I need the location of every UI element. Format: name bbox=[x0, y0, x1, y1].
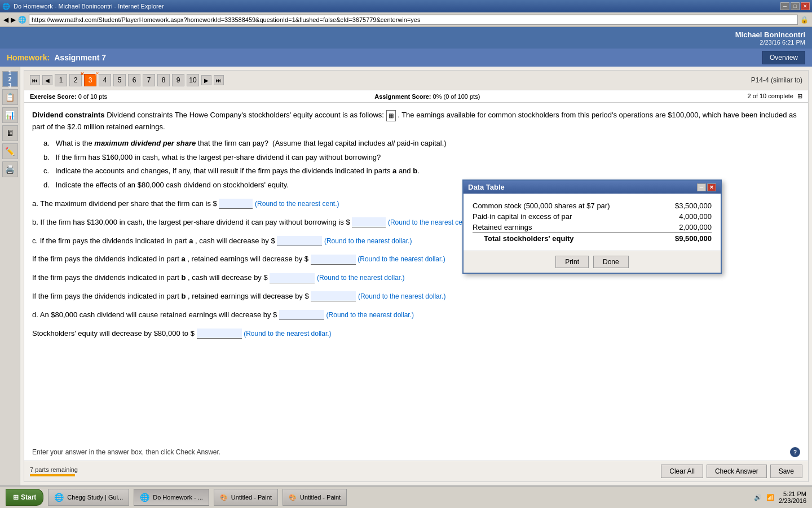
title-bar-controls[interactable]: ─ □ ✕ bbox=[780, 2, 810, 10]
date: 2/23/2016 bbox=[779, 497, 806, 504]
input-part-c2[interactable] bbox=[311, 255, 356, 265]
answer-part-d2: Stockholders' equity will decrease by $8… bbox=[32, 328, 800, 340]
volume-icon[interactable]: 🔊 bbox=[754, 494, 762, 501]
ie-icon-2: 🌐 bbox=[140, 493, 149, 502]
question-intro: Dividend constraints Dividend constraint… bbox=[32, 110, 800, 133]
input-part-d2[interactable] bbox=[197, 329, 242, 339]
instruction-bar: Enter your answer in the answer box, the… bbox=[24, 444, 808, 461]
input-part-c3[interactable] bbox=[270, 273, 315, 283]
question-num-8[interactable]: 8 bbox=[157, 74, 170, 86]
nav-bar: Homework: Assignment 7 Overview bbox=[0, 49, 812, 67]
close-button[interactable]: ✕ bbox=[801, 2, 810, 10]
sub-q-a: a. What is the maximum dividend per shar… bbox=[43, 138, 800, 150]
dt-row-3: Retained earnings 2,000,000 bbox=[473, 222, 712, 233]
start-button[interactable]: ⊞ Start bbox=[6, 489, 43, 506]
data-table-controls[interactable]: ─ ✕ bbox=[697, 183, 716, 191]
input-part-d1[interactable] bbox=[279, 310, 324, 320]
assignment-score: Assignment Score: 0% (0 of 100 pts) bbox=[374, 93, 480, 100]
sidebar-icon-4[interactable]: 🖩 bbox=[2, 125, 18, 141]
sidebar-icon-3[interactable]: 📊 bbox=[2, 107, 18, 123]
sidebar-icon-6[interactable]: 🖨️ bbox=[2, 161, 18, 177]
taskbar-label-homework: Do Homework - ... bbox=[153, 494, 203, 501]
data-table-title: Data Table bbox=[468, 183, 505, 191]
sidebar-icon-2[interactable]: 📋 bbox=[2, 89, 18, 105]
overview-button[interactable]: Overview bbox=[762, 51, 805, 64]
answer-part-c3: If the firm pays the dividends indicated… bbox=[32, 272, 800, 284]
dt-close-btn[interactable]: ✕ bbox=[707, 183, 716, 191]
taskbar-left: ⊞ Start 🌐 Chegg Study | Gui... 🌐 Do Home… bbox=[6, 489, 347, 506]
network-icon[interactable]: 📶 bbox=[766, 494, 774, 501]
ie-icon-1: 🌐 bbox=[54, 493, 64, 502]
done-button[interactable]: Done bbox=[593, 256, 629, 268]
nav-left: Homework: Assignment 7 bbox=[7, 53, 106, 62]
nav-last[interactable]: ⏭ bbox=[214, 75, 224, 85]
nav-next[interactable]: ▶ bbox=[201, 75, 211, 85]
question-num-2[interactable]: 2 ✕ bbox=[69, 74, 82, 86]
clear-all-button[interactable]: Clear All bbox=[661, 465, 703, 478]
maximize-button[interactable]: □ bbox=[791, 2, 800, 10]
table-ref-icon[interactable]: ▦ bbox=[386, 110, 396, 121]
header-datetime: 2/23/16 6:21 PM bbox=[760, 39, 805, 46]
dt-minimize-btn[interactable]: ─ bbox=[697, 183, 706, 191]
num-icon: 123 bbox=[8, 70, 12, 89]
assignment-title: Assignment 7 bbox=[54, 53, 106, 62]
score-bar: Exercise Score: 0 of 10 pts Assignment S… bbox=[24, 90, 808, 103]
question-nav: ⏮ ◀ 1 2 ✕ 3 ✕ 4 5 6 7 8 9 10 ▶ ⏭ bbox=[24, 71, 808, 90]
parts-progress-bar bbox=[30, 474, 75, 476]
question-num-7[interactable]: 7 bbox=[143, 74, 155, 86]
sidebar-icon-1[interactable]: 123 bbox=[2, 71, 18, 87]
minimize-button[interactable]: ─ bbox=[780, 2, 789, 10]
question-numbers: ⏮ ◀ 1 2 ✕ 3 ✕ 4 5 6 7 8 9 10 ▶ ⏭ bbox=[30, 74, 224, 86]
question-num-1[interactable]: 1 bbox=[55, 74, 67, 86]
parts-remaining-container: 7 parts remaining bbox=[30, 466, 78, 476]
actions-row: 7 parts remaining Clear All Check Answer… bbox=[24, 461, 808, 481]
action-buttons: Clear All Check Answer Save bbox=[661, 465, 802, 478]
paint-icon-1: 🎨 bbox=[220, 494, 228, 501]
ie-favicon: 🌐 bbox=[2, 3, 10, 10]
similar-ref: P14-4 (similar to) bbox=[751, 76, 802, 84]
address-input[interactable] bbox=[29, 15, 798, 25]
homework-label: Homework: bbox=[7, 53, 50, 62]
main-area: 123 📋 📊 🖩 ✏️ 🖨️ ⏮ ◀ 1 2 ✕ 3 ✕ 4 bbox=[0, 67, 812, 485]
paint-icon-2: 🎨 bbox=[289, 494, 297, 501]
check-answer-button[interactable]: Check Answer bbox=[707, 465, 767, 478]
nav-first[interactable]: ⏮ bbox=[30, 75, 40, 85]
answer-part-d1: d. An $80,000 cash dividend will cause r… bbox=[32, 309, 800, 321]
question-num-5[interactable]: 5 bbox=[113, 74, 126, 86]
parts-remaining: 7 parts remaining bbox=[30, 466, 78, 473]
taskbar-item-homework[interactable]: 🌐 Do Homework - ... bbox=[134, 489, 209, 506]
question-num-4[interactable]: 4 bbox=[99, 74, 111, 86]
taskbar-item-chegg[interactable]: 🌐 Chegg Study | Gui... bbox=[48, 489, 129, 506]
taskbar-item-paint-1[interactable]: 🎨 Untitled - Paint bbox=[214, 489, 278, 506]
window-title: Do Homework - Michael Bonincontri - Inte… bbox=[14, 3, 164, 10]
question-num-6[interactable]: 6 bbox=[128, 74, 140, 86]
question-num-9[interactable]: 9 bbox=[172, 74, 184, 86]
data-table-header: Data Table ─ ✕ bbox=[464, 181, 721, 194]
input-part-b[interactable] bbox=[352, 217, 386, 227]
page-icon: 🌐 bbox=[18, 16, 27, 24]
forward-icon[interactable]: ▶ bbox=[11, 16, 16, 24]
sidebar-icon-5[interactable]: ✏️ bbox=[2, 143, 18, 159]
user-name: Michael Bonincontri bbox=[735, 30, 805, 39]
complete-count: 2 of 10 complete ⊞ bbox=[748, 93, 802, 100]
back-icon[interactable]: ◀ bbox=[3, 16, 8, 24]
address-bar: ◀ ▶ 🌐 🔒 bbox=[0, 12, 812, 27]
nav-prev[interactable]: ◀ bbox=[42, 75, 52, 85]
header-right: Michael Bonincontri 2/23/16 6:21 PM bbox=[735, 30, 805, 46]
exercise-score: Exercise Score: 0 of 10 pts bbox=[30, 93, 107, 100]
dt-row-1: Common stock (500,000 shares at $7 par) … bbox=[473, 200, 712, 211]
print-button[interactable]: Print bbox=[555, 256, 589, 268]
lock-icon: 🔒 bbox=[800, 16, 809, 24]
input-part-c4[interactable] bbox=[311, 291, 356, 301]
help-icon[interactable]: ? bbox=[790, 447, 800, 457]
input-part-a[interactable] bbox=[219, 199, 253, 209]
taskbar-item-paint-2[interactable]: 🎨 Untitled - Paint bbox=[283, 489, 347, 506]
sidebar: 123 📋 📊 🖩 ✏️ 🖨️ bbox=[0, 67, 20, 485]
expand-icon[interactable]: ⊞ bbox=[797, 93, 802, 99]
data-table-popup: Data Table ─ ✕ Common stock (500,000 sha… bbox=[462, 179, 722, 274]
save-button[interactable]: Save bbox=[770, 465, 802, 478]
question-num-3[interactable]: 3 ✕ bbox=[84, 74, 96, 86]
question-num-10[interactable]: 10 bbox=[187, 74, 199, 86]
header-bar: Michael Bonincontri 2/23/16 6:21 PM bbox=[0, 27, 812, 49]
input-part-c1[interactable] bbox=[277, 236, 322, 246]
